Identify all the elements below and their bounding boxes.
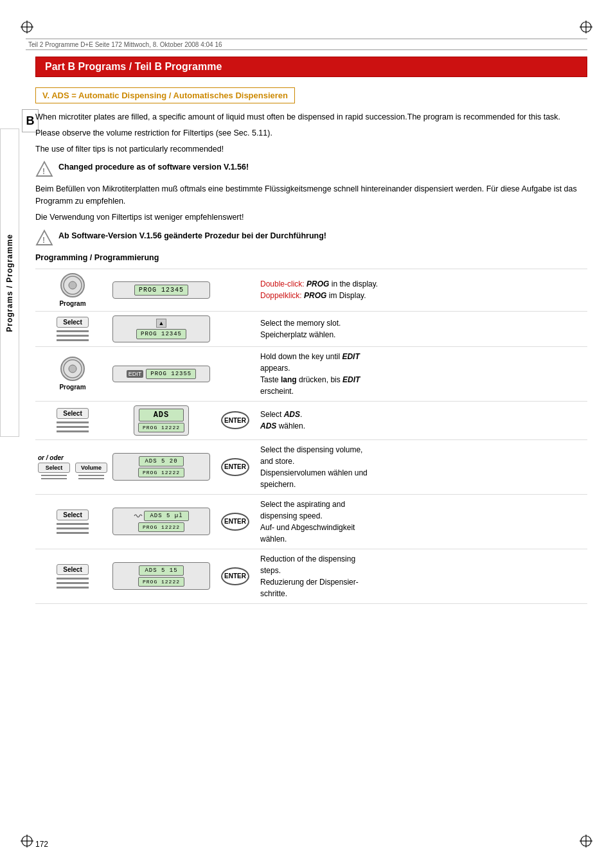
lcd-4a: ADS <box>139 409 184 421</box>
row4-enter: ENTER <box>213 401 258 439</box>
warning-box-1: ! Changed procedure as of software versi… <box>35 160 587 178</box>
table-row: or / oder Select Volume <box>35 439 587 494</box>
side-tab: Programs / Programme <box>0 128 19 437</box>
row5-enter: ENTER <box>213 439 258 494</box>
select-button-7: Select <box>57 564 89 575</box>
row1-desc: Double-click: PROG in the display. Doppe… <box>258 269 587 311</box>
svg-text:!: ! <box>42 236 45 245</box>
main-content: Part B Programs / Teil B Programme V. AD… <box>35 57 587 829</box>
table-row: Select ADS PROG 12222 <box>35 401 587 439</box>
warning-box-2: ! Ab Software-Version V.1.56 geänderte P… <box>35 229 587 247</box>
volume-button-5: Volume <box>75 463 107 473</box>
device-6: ADS 5 µl PROG 12222 <box>112 508 210 535</box>
body-text-5: Die Verwendung von Filtertips ist wenige… <box>35 211 587 224</box>
row1-label-text: Program <box>59 300 85 307</box>
part-header-label: Part B Programs / Teil B Programme <box>45 61 222 72</box>
row2-label: Select <box>35 311 110 346</box>
corner-mark-bl <box>19 833 35 849</box>
page-number: 172 <box>35 840 48 849</box>
select-button-4: Select <box>57 408 89 419</box>
row4-desc: Select ADS. ADS wählen. <box>258 401 587 439</box>
table-row: Select ADS 5 15 PROG 12222 <box>35 549 587 603</box>
row7-label: Select <box>35 549 110 603</box>
body-text-2: Please observe the volume restriction fo… <box>35 127 587 139</box>
svg-text:!: ! <box>42 167 45 176</box>
header-text: Teil 2 Programme D+E Seite 172 Mittwoch,… <box>28 41 222 48</box>
row6-desc: Select the aspirating and dispensing spe… <box>258 494 587 549</box>
device-2: ▲ PROG 12345 <box>112 315 210 342</box>
table-row: Program PROG 12345 Double-click: PROG in… <box>35 269 587 311</box>
arrow-up: ▲ <box>156 319 166 328</box>
row2-enter <box>213 311 258 346</box>
enter-button-5: ENTER <box>221 458 249 476</box>
header-strip: Teil 2 Programme D+E Seite 172 Mittwoch,… <box>26 39 587 50</box>
device-1: PROG 12345 <box>112 281 210 299</box>
table-row: Select ▲ PROG 12345 <box>35 311 587 346</box>
row7-enter: ENTER <box>213 549 258 603</box>
warning-text-2: Ab Software-Version V.1.56 geänderte Pro… <box>58 229 326 240</box>
row4-display: ADS PROG 12222 <box>110 401 213 439</box>
svg-point-19 <box>69 365 76 373</box>
part-header: Part B Programs / Teil B Programme <box>35 57 587 77</box>
corner-mark-tl <box>19 19 35 35</box>
row6-display: ADS 5 µl PROG 12222 <box>110 494 213 549</box>
enter-button-6: ENTER <box>221 513 249 531</box>
row7-display: ADS 5 15 PROG 12222 <box>110 549 213 603</box>
lcd-5a: ADS 5 20 <box>139 456 184 466</box>
row5-desc: Select the dispensing volume, and store.… <box>258 439 587 494</box>
row3-display: EDIT PROG 12355 <box>110 346 213 401</box>
lcd-1: PROG 12345 <box>134 285 188 296</box>
edit-label: EDIT <box>127 370 144 378</box>
enter-button-4: ENTER <box>221 411 249 429</box>
device-3: EDIT PROG 12355 <box>112 366 210 382</box>
row1-display: PROG 12345 <box>110 269 213 311</box>
section-heading: V. ADS = Automatic Dispensing / Automati… <box>35 87 295 103</box>
row2-display: ▲ PROG 12345 <box>110 311 213 346</box>
program-button-1 <box>60 273 85 297</box>
row6-label: Select <box>35 494 110 549</box>
lcd-2: PROG 12345 <box>136 329 186 339</box>
corner-mark-tr <box>578 19 594 35</box>
row5-label: or / oder Select Volume <box>35 439 110 494</box>
row2-desc: Select the memory slot. Speicherplatz wä… <box>258 311 587 346</box>
body-text-4: Beim Befüllen von Mikrotiterplatten muß … <box>35 183 587 208</box>
select-button-5: Select <box>38 463 70 473</box>
side-tab-text: Programs / Programme <box>5 234 14 332</box>
row4-label: Select <box>35 401 110 439</box>
warning-icon-1: ! <box>35 160 53 178</box>
program-button-3 <box>60 357 85 381</box>
body-text-3: The use of filter tips is not particular… <box>35 143 587 155</box>
device-7: ADS 5 15 PROG 12222 <box>112 562 210 590</box>
svg-point-17 <box>69 281 76 289</box>
lcd-3: PROG 12355 <box>146 369 196 379</box>
select-button-6: Select <box>57 509 89 520</box>
row1-enter <box>213 269 258 311</box>
corner-mark-br <box>578 833 594 849</box>
warning-text-1: Changed procedure as of software version… <box>58 160 249 172</box>
lcd-5b: PROG 12222 <box>138 468 184 477</box>
table-row: Program EDIT PROG 12355 Hold down the ke… <box>35 346 587 401</box>
lcd-6a: ADS 5 µl <box>144 511 189 521</box>
prog-label: Programming / Programmierung <box>35 253 587 262</box>
row3-label: Program <box>35 346 110 401</box>
table-row: Select ADS 5 µl <box>35 494 587 549</box>
or-label: or / oder <box>38 454 107 461</box>
enter-button-7: ENTER <box>221 567 249 585</box>
body-text-1: When microtiter plates are filled, a spe… <box>35 111 587 123</box>
lcd-7b: PROG 12222 <box>138 577 184 587</box>
row7-desc: Reduction of the dispensing steps. Reduz… <box>258 549 587 603</box>
row6-enter: ENTER <box>213 494 258 549</box>
lcd-6b: PROG 12222 <box>138 522 184 532</box>
row3-enter <box>213 346 258 401</box>
device-5: ADS 5 20 PROG 12222 <box>112 453 210 481</box>
lcd-7a: ADS 5 15 <box>139 565 184 576</box>
row5-display: ADS 5 20 PROG 12222 <box>110 439 213 494</box>
row1-label: Program <box>35 269 110 311</box>
lcd-4b: PROG 12222 <box>138 423 184 432</box>
row3-desc: Hold down the key until EDIT appears. Ta… <box>258 346 587 401</box>
warning-icon-2: ! <box>35 229 53 247</box>
wave-icon <box>134 511 143 520</box>
programming-table: Program PROG 12345 Double-click: PROG in… <box>35 269 587 604</box>
device-4: ADS PROG 12222 <box>134 405 189 436</box>
row3-label-text: Program <box>59 384 85 391</box>
